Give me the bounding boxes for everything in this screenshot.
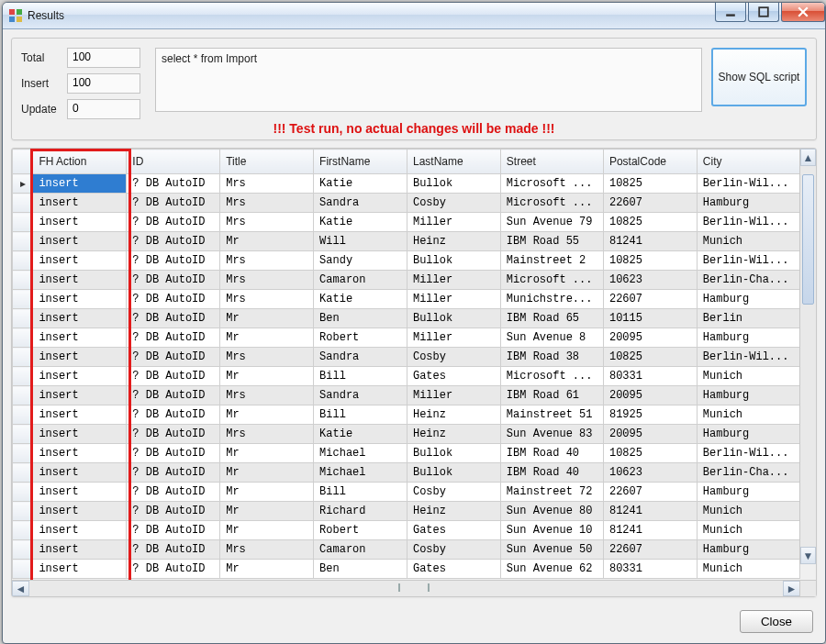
cell-title[interactable]: Mrs [220, 290, 314, 309]
cell-firstname[interactable]: Richard [314, 502, 407, 521]
col-postalcode[interactable]: PostalCode [603, 150, 697, 174]
row-selector[interactable] [13, 328, 33, 348]
cell-street[interactable]: Sun Avenue 8 [500, 328, 603, 348]
cell-id[interactable]: ? DB AutoID [127, 194, 220, 213]
horizontal-scrollbar[interactable]: ◄ ► [12, 580, 816, 596]
scroll-left-arrow-icon[interactable]: ◄ [12, 581, 29, 596]
cell-firstname[interactable]: Robert [314, 328, 407, 348]
table-row[interactable]: insert? DB AutoIDMrBillGatesMicrosoft ..… [13, 367, 800, 386]
row-selector[interactable] [13, 386, 33, 405]
cell-lastname[interactable]: Miller [407, 271, 500, 290]
cell-city[interactable]: Berlin-Wil... [697, 213, 799, 232]
horizontal-scroll-grip-icon[interactable] [398, 583, 430, 592]
cell-lastname[interactable]: Cosby [407, 540, 500, 560]
row-selector[interactable] [13, 463, 33, 483]
cell-city[interactable]: Berlin-Wil... [697, 251, 799, 271]
cell-postalcode[interactable]: 81241 [603, 521, 697, 540]
cell-firstname[interactable]: Bill [314, 405, 407, 425]
table-row[interactable]: insert? DB AutoIDMrsCamaronCosbySun Aven… [13, 540, 800, 560]
sql-query-box[interactable]: select * from Import [155, 48, 702, 112]
cell-postalcode[interactable]: 80331 [603, 560, 697, 579]
row-selector[interactable] [13, 213, 33, 232]
cell-id[interactable]: ? DB AutoID [127, 463, 220, 483]
cell-lastname[interactable]: Gates [407, 367, 500, 386]
scroll-up-arrow-icon[interactable]: ▲ [800, 149, 816, 166]
cell-firstname[interactable]: Katie [314, 213, 407, 232]
table-row[interactable]: insert? DB AutoIDMrsKatieMillerSun Avenu… [13, 213, 800, 232]
cell-id[interactable]: ? DB AutoID [127, 348, 220, 367]
close-button[interactable]: Close [740, 610, 813, 633]
cell-postalcode[interactable]: 10825 [603, 444, 697, 463]
cell-firstname[interactable]: Michael [314, 444, 407, 463]
table-row[interactable]: insert? DB AutoIDMrMichaelBullokIBM Road… [13, 444, 800, 463]
cell-postalcode[interactable]: 10623 [603, 463, 697, 483]
cell-lastname[interactable]: Miller [407, 290, 500, 309]
cell-postalcode[interactable]: 22607 [603, 194, 697, 213]
row-selector[interactable] [13, 309, 33, 328]
cell-fh-action[interactable]: insert [33, 540, 127, 560]
cell-street[interactable]: Sun Avenue 62 [500, 560, 603, 579]
cell-id[interactable]: ? DB AutoID [127, 271, 220, 290]
cell-firstname[interactable]: Katie [314, 290, 407, 309]
cell-postalcode[interactable]: 81241 [603, 502, 697, 521]
cell-firstname[interactable]: Bill [314, 367, 407, 386]
cell-id[interactable]: ? DB AutoID [127, 386, 220, 405]
cell-firstname[interactable]: Ben [314, 309, 407, 328]
cell-firstname[interactable]: Michael [314, 463, 407, 483]
cell-id[interactable]: ? DB AutoID [127, 290, 220, 309]
row-selector[interactable] [13, 540, 33, 560]
cell-city[interactable]: Munich [697, 521, 799, 540]
cell-lastname[interactable]: Bullok [407, 463, 500, 483]
cell-fh-action[interactable]: insert [33, 367, 127, 386]
cell-city[interactable]: Munich [697, 232, 799, 251]
cell-title[interactable]: Mrs [220, 425, 314, 444]
row-selector[interactable] [13, 367, 33, 386]
cell-title[interactable]: Mr [220, 444, 314, 463]
cell-street[interactable]: Mainstreet 2 [500, 251, 603, 271]
row-selector[interactable] [13, 290, 33, 309]
vertical-scroll-thumb[interactable] [802, 174, 814, 305]
cell-fh-action[interactable]: insert [33, 386, 127, 405]
row-selector[interactable] [13, 232, 33, 251]
cell-postalcode[interactable]: 10623 [603, 271, 697, 290]
cell-postalcode[interactable]: 22607 [603, 290, 697, 309]
cell-city[interactable]: Berlin-Cha... [697, 271, 799, 290]
cell-city[interactable]: Berlin-Wil... [697, 348, 799, 367]
cell-city[interactable]: Hamburg [697, 290, 799, 309]
cell-title[interactable]: Mr [220, 405, 314, 425]
cell-lastname[interactable]: Heinz [407, 425, 500, 444]
cell-fh-action[interactable]: insert [33, 560, 127, 579]
cell-lastname[interactable]: Heinz [407, 232, 500, 251]
cell-city[interactable]: Hamburg [697, 386, 799, 405]
cell-firstname[interactable]: Sandy [314, 251, 407, 271]
cell-street[interactable]: Microsoft ... [500, 367, 603, 386]
scroll-down-arrow-icon[interactable]: ▼ [800, 547, 816, 564]
cell-city[interactable]: Munich [697, 560, 799, 579]
cell-firstname[interactable]: Will [314, 232, 407, 251]
cell-fh-action[interactable]: insert [33, 425, 127, 444]
table-row[interactable]: insert? DB AutoIDMrBenBullokIBM Road 651… [13, 309, 800, 328]
cell-street[interactable]: Microsoft ... [500, 194, 603, 213]
cell-city[interactable]: Berlin-Wil... [697, 174, 799, 194]
cell-city[interactable]: Berlin [697, 309, 799, 328]
cell-title[interactable]: Mrs [220, 271, 314, 290]
cell-fh-action[interactable]: insert [33, 194, 127, 213]
cell-lastname[interactable]: Miller [407, 213, 500, 232]
row-selector[interactable] [13, 425, 33, 444]
cell-id[interactable]: ? DB AutoID [127, 444, 220, 463]
cell-postalcode[interactable]: 10825 [603, 251, 697, 271]
cell-title[interactable]: Mrs [220, 251, 314, 271]
table-row[interactable]: insert? DB AutoIDMrRobertMillerSun Avenu… [13, 328, 800, 348]
col-city[interactable]: City [697, 150, 799, 174]
row-selector[interactable] [13, 560, 33, 579]
row-selector[interactable] [13, 521, 33, 540]
cell-fh-action[interactable]: insert [33, 521, 127, 540]
cell-id[interactable]: ? DB AutoID [127, 213, 220, 232]
cell-title[interactable]: Mr [220, 521, 314, 540]
table-row[interactable]: insert? DB AutoIDMrRobertGatesSun Avenue… [13, 521, 800, 540]
cell-title[interactable]: Mrs [220, 213, 314, 232]
cell-fh-action[interactable]: insert [33, 271, 127, 290]
cell-title[interactable]: Mrs [220, 540, 314, 560]
cell-street[interactable]: IBM Road 61 [500, 386, 603, 405]
cell-lastname[interactable]: Miller [407, 386, 500, 405]
